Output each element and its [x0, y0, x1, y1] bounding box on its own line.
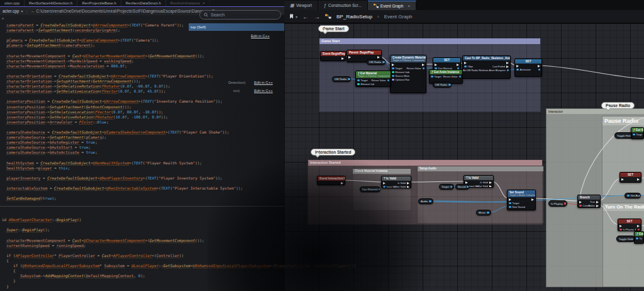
- exec-pin[interactable]: [383, 182, 386, 185]
- exec-pin[interactable]: [464, 62, 467, 64]
- node-var-dyn-material[interactable]: Dyn Material: [360, 186, 380, 192]
- split-icon[interactable]: ⋮: [25, 9, 28, 13]
- is-valid-pin[interactable]: [489, 181, 492, 184]
- exec-pin[interactable]: [579, 201, 582, 203]
- tab-event-graph[interactable]: Event Graph×: [368, 1, 416, 10]
- exec-pin[interactable]: [619, 225, 622, 227]
- comment-bubble-pause-radio[interactable]: Pause Radio: [601, 102, 635, 109]
- node-get-skeletal-mesh-2[interactable]: ƒ GetTarget: [634, 231, 644, 244]
- exec-pin[interactable]: [377, 56, 380, 59]
- new-sound-pin[interactable]: [509, 206, 511, 208]
- exec-pin[interactable]: [637, 225, 640, 227]
- exec-pin[interactable]: [516, 65, 519, 67]
- comment-bubble-interaction-started[interactable]: Interaction Started: [311, 149, 355, 156]
- node-cast-to-bp-radio-skeleton-animblueprint[interactable]: Cast To BP_Radio_Skeleton_AnimBlueprintO…: [462, 55, 511, 79]
- exec-pin[interactable]: [341, 57, 344, 60]
- output-pin[interactable]: [379, 188, 380, 191]
- node-branch[interactable]: BranchConditionTrueFalse: [577, 195, 601, 208]
- node-set-is-playing-on[interactable]: SETIs Playing: [618, 219, 641, 231]
- node-var-sound[interactable]: Sound: [455, 184, 469, 190]
- target-pin[interactable]: [633, 134, 635, 136]
- data-pin[interactable]: [638, 229, 640, 231]
- target-pin[interactable]: [357, 79, 360, 82]
- true-pin[interactable]: [596, 201, 599, 203]
- exec-pin[interactable]: [506, 62, 509, 64]
- close-icon[interactable]: ×: [408, 4, 410, 8]
- editor-tab-1[interactable]: RenSurfaceHitDetection.h: [25, 0, 77, 6]
- editor-tab-0[interactable]: ction.cpp: [0, 0, 25, 6]
- is-not-valid-pin[interactable]: [407, 186, 409, 188]
- exec-pin[interactable]: [538, 65, 540, 67]
- is-playing-pin[interactable]: [619, 229, 622, 231]
- source-material-pin[interactable]: [392, 75, 394, 77]
- node-event-interaction-began[interactable]: Event Interaction Began: [317, 176, 345, 185]
- node-var-dm-radio-2[interactable]: DM Radio: [332, 76, 351, 82]
- output-pin[interactable]: [382, 61, 385, 64]
- node-create-dynamic-material-instance[interactable]: Create Dynamic Material InstanceTarget i…: [390, 55, 426, 93]
- object-pin[interactable]: [464, 66, 467, 68]
- input-object-pin[interactable]: [383, 186, 386, 188]
- editor-tab-2[interactable]: RenProjectileBase.h: [77, 0, 121, 6]
- edit-in-cpp-link[interactable]: Edit in C++: [254, 79, 273, 86]
- exec-pin[interactable]: [392, 64, 394, 66]
- chevron-down-icon[interactable]: ▾: [296, 14, 297, 19]
- output-pin[interactable]: [467, 186, 469, 188]
- exec-pin[interactable]: [457, 64, 459, 66]
- edit-in-cpp-link[interactable]: Edit in C++: [254, 88, 273, 94]
- animation-pin[interactable]: [516, 69, 519, 71]
- node-get-skeletal-mesh-1[interactable]: ƒ Get SkTarget: [631, 127, 644, 139]
- output-pin[interactable]: [450, 186, 453, 188]
- node-event-beginplay[interactable]: Event BeginPlay: [320, 51, 346, 61]
- return-value-pin[interactable]: [459, 76, 462, 78]
- data-pin[interactable]: [538, 69, 541, 71]
- node-var-dm-radio-1[interactable]: DM Radio: [367, 59, 386, 65]
- exec-pin[interactable]: [341, 182, 343, 185]
- exec-pin[interactable]: [531, 198, 534, 201]
- input-pin[interactable]: [627, 195, 630, 197]
- event-graph-canvas[interactable]: Game StartInteraction StartedCheck Mater…: [284, 23, 644, 291]
- exec-pin[interactable]: [509, 198, 511, 201]
- search-box[interactable]: Search: [199, 10, 281, 20]
- element-index-pin[interactable]: [357, 83, 360, 86]
- optional-name-pin[interactable]: [392, 79, 394, 81]
- output-pin[interactable]: [448, 84, 451, 86]
- editor-tab-4[interactable]: RenAnimInstance×: [166, 0, 210, 6]
- exec-pin[interactable]: [435, 64, 437, 66]
- node-var-dm-radio-3[interactable]: DM Radio: [433, 82, 452, 88]
- code-area-beginplay[interactable]: id ARenPlayerCharacter::BeginPlay() Supe…: [0, 207, 284, 288]
- node-set-sound[interactable]: Set SoundTarget is Audio ComponentTarget…: [507, 190, 536, 210]
- breadcrumb-graph-name[interactable]: Event Graph: [384, 14, 413, 20]
- cast-failed-pin[interactable]: [506, 66, 509, 68]
- target-pin[interactable]: [509, 202, 511, 205]
- chevron-down-icon[interactable]: ▾: [21, 9, 23, 13]
- node-set-is-playing-pause[interactable]: SETIs Playing: [619, 172, 641, 183]
- return-value-pin[interactable]: [387, 79, 390, 82]
- is-not-valid-pin[interactable]: [489, 185, 492, 188]
- edit-in-cpp-link[interactable]: Edit in C++: [251, 33, 270, 39]
- exec-pin[interactable]: [465, 181, 468, 184]
- active-file-tab[interactable]: acter.cpp: [3, 9, 19, 13]
- comment-bubble-game-start[interactable]: Game Start: [318, 25, 349, 32]
- bookmark-icon[interactable]: [289, 14, 294, 19]
- output-pin[interactable]: [564, 202, 567, 205]
- code-area-constructor[interactable]: cameraParent = CreateDefaultSubobject<UA…: [0, 23, 284, 201]
- false-pin[interactable]: [596, 205, 599, 207]
- return-value-pin[interactable]: [423, 67, 425, 70]
- tab-viewport[interactable]: ▦Viewport: [284, 1, 318, 10]
- node-is-valid-1[interactable]: ? Is ValidInput ObjectIs ValidIs Not Val…: [381, 176, 411, 188]
- node-var-is-playing[interactable]: Is Playing: [548, 200, 567, 207]
- exec-pin[interactable]: [422, 64, 425, 66]
- back-button[interactable]: ←: [303, 13, 309, 20]
- condition-pin[interactable]: [579, 205, 582, 207]
- editor-tab-3[interactable]: RenItemDataStruct.h: [121, 0, 166, 6]
- close-icon[interactable]: ×: [203, 1, 205, 5]
- exec-pin[interactable]: [637, 178, 640, 181]
- node-var-music[interactable]: Music: [476, 210, 491, 215]
- target-pin[interactable]: [392, 67, 394, 70]
- forward-button[interactable]: →: [314, 13, 320, 20]
- is-valid-pin[interactable]: [407, 182, 409, 185]
- tab-construction-scr[interactable]: ƒConstruction Scr...: [318, 1, 368, 10]
- node-var-audio[interactable]: Audio: [418, 198, 433, 204]
- node-var-toggle-hold-2[interactable]: Toggle Hold: [616, 236, 635, 242]
- node-var-get-audio[interactable]: Get Audio: [625, 193, 641, 198]
